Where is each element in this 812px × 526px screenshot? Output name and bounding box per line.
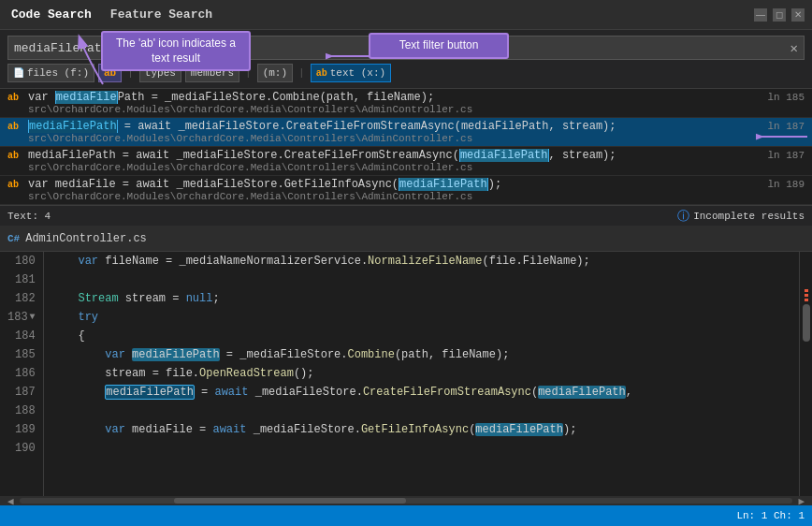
result-line: ab var mediaFilePath = _mediaFileStore.C… [7,91,805,104]
scrollbar-highlight [805,289,808,292]
result-path: src\OrchardCore.Modules\OrchardCore.Medi… [7,162,805,173]
clear-search-button[interactable]: ✕ [785,40,804,56]
status-bar: Text: 4 ⓘ Incomplete results [0,205,812,226]
scrollbar-thumb[interactable] [803,304,810,342]
tab-code-search[interactable]: Code Search [7,6,95,23]
editor-bottom-bar: Ln: 1 Ch: 1 [0,505,812,526]
result-item[interactable]: ab var mediaFile = await _mediaFileStore… [0,176,812,205]
filter-m[interactable]: (m:) [257,64,293,82]
restore-button[interactable]: ◻ [773,8,786,22]
result-lineno: ln 187 [767,121,805,132]
scrollbar-highlight [805,299,808,301]
editor-scrollbar[interactable] [799,252,812,496]
code-line: var mediaFile = await _mediaFileStore.Ge… [51,420,791,439]
line-numbers: 180 181 182 183 ▼ 184 185 186 187 188 18… [0,252,44,496]
result-code: var mediaFilePath = _mediaFileStore.Comb… [28,91,761,104]
close-button[interactable]: ✕ [791,8,805,22]
code-line: try [51,308,791,327]
scrollbar-highlight [805,294,808,297]
bottom-scroll-thumb [174,498,406,504]
result-lineno: ln 185 [767,92,805,103]
annotation-ab-icon: The 'ab' icon indicates a text result [101,31,251,71]
result-path: src\OrchardCore.Modules\OrchardCore.Medi… [7,104,805,115]
result-code: var mediaFile = await _mediaFileStore.Ge… [28,178,761,191]
text-count: Text: 4 [7,211,51,222]
status-right: ⓘ Incomplete results [677,208,805,225]
text-filter-icon: ab [316,68,327,79]
code-editor-header: C# AdminController.cs [0,226,812,252]
result-path: src\OrchardCore.Modules\OrchardCore.Medi… [7,133,805,144]
result-lineno: ln 189 [767,179,805,190]
code-editor-section: C# AdminController.cs 180 181 182 183 ▼ … [0,226,812,526]
result-code: mediaFilePath = await _mediaFileStore.Cr… [28,120,761,133]
file-icon: 📄 [13,67,24,79]
result-lineno: ln 187 [767,150,805,161]
result-type-icon: ab [7,122,22,132]
result-type-icon: ab [7,151,22,161]
fold-icon[interactable]: ▼ [30,308,36,327]
result-type-icon: ab [7,93,22,103]
file-lang: C# [7,233,20,244]
tab-feature-search[interactable]: Feature Search [107,6,216,23]
highlight-selected: mediaFilePath [28,120,118,133]
minimize-button[interactable]: ― [754,8,767,22]
editor-status-right: Ln: 1 Ch: 1 [736,510,805,521]
code-line: Stream stream = null; [51,289,791,308]
result-line: ab mediaFilePath = await _mediaFileStore… [7,149,805,162]
result-item[interactable]: ab var mediaFilePath = _mediaFileStore.C… [0,89,812,118]
results-section: ab var mediaFilePath = _mediaFileStore.C… [0,89,812,205]
code-line: var fileName = _mediaNameNormalizerServi… [51,252,791,270]
window-controls: ― ◻ ✕ [754,8,805,22]
title-bar: Code Search Feature Search ― ◻ ✕ [0,0,812,30]
result-path: src\OrchardCore.Modules\OrchardCore.Medi… [7,191,805,202]
highlight: mediaFilePath [459,149,549,162]
result-item[interactable]: ab mediaFilePath = await _mediaFileStore… [0,118,812,147]
result-type-icon: ab [7,180,22,190]
result-code: mediaFilePath = await _mediaFileStore.Cr… [28,149,761,162]
result-line: ab mediaFilePath = await _mediaFileStore… [7,120,805,133]
code-lines: var fileName = _mediaNameNormalizerServi… [44,252,799,496]
filter-divider-3: | [297,67,307,79]
code-highlight-selected: mediaFilePath [105,385,195,400]
filter-files[interactable]: 📄 files (f:) [7,64,94,82]
code-line: var mediaFilePath = _mediaFileStore.Comb… [51,345,791,364]
code-line [51,439,791,458]
file-name: AdminController.cs [25,232,147,245]
code-line: mediaFilePath = await _mediaFileStore.Cr… [51,383,791,402]
code-body: 180 181 182 183 ▼ 184 185 186 187 188 18… [0,252,812,496]
code-line: stream = file.OpenReadStream(); [51,364,791,383]
code-highlight: mediaFilePath [475,423,563,436]
incomplete-label: Incomplete results [693,211,805,222]
code-line: { [51,327,791,345]
result-line: ab var mediaFile = await _mediaFileStore… [7,178,805,191]
main-container: Code Search Feature Search ― ◻ ✕ ✕ 📄 fil… [0,0,812,526]
code-highlight: mediaFilePath [538,386,626,399]
annotation-text-filter: Text filter button [369,33,509,59]
filter-text[interactable]: ab text (x:) [311,64,391,82]
code-line [51,270,791,289]
result-item[interactable]: ab mediaFilePath = await _mediaFileStore… [0,147,812,176]
code-line [51,402,791,420]
info-icon: ⓘ [677,208,689,225]
bottom-scroll-track[interactable] [20,498,793,504]
bottom-scrollbar-area: ◀ ▶ [0,496,812,505]
code-highlight: mediaFilePath [132,348,220,361]
highlight: mediaFile [55,91,118,104]
highlight: mediaFilePath [399,178,488,191]
